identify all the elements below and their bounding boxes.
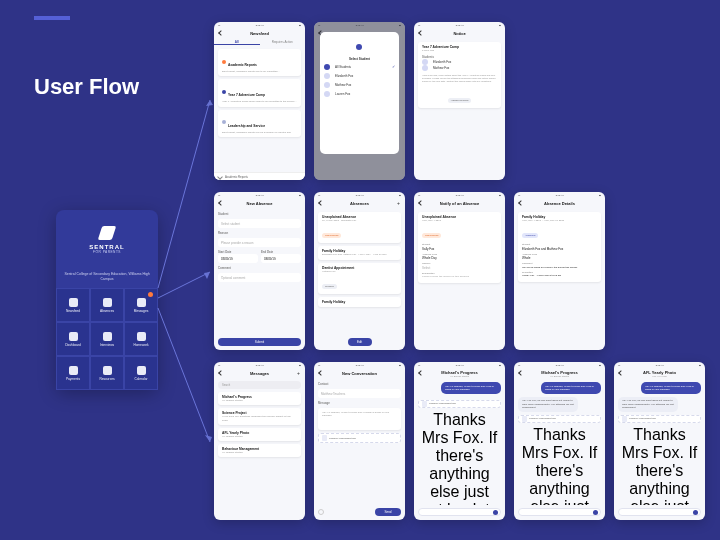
filter-bar[interactable]: Academic Reports	[214, 172, 305, 180]
tile-payments[interactable]: Payments	[56, 356, 90, 390]
start-date-input[interactable]: 03/09/19	[218, 254, 258, 263]
search-input[interactable]: Search	[218, 381, 301, 389]
send-icon[interactable]	[693, 510, 698, 515]
student-option[interactable]: Elizabeth Fox	[324, 73, 395, 79]
message-bubble: Hey Mr. Bramer, I'd like to know how Mik…	[541, 382, 601, 394]
tile-messages[interactable]: Messages	[124, 288, 158, 322]
svg-marker-2	[205, 435, 212, 442]
absence-item[interactable]: Family Holiday	[318, 297, 401, 307]
logo-mark	[98, 226, 117, 240]
contact-select[interactable]: Matthew Teachers	[318, 389, 401, 398]
submit-button[interactable]: Submit	[218, 338, 301, 346]
tile-interviews[interactable]: Interviews	[90, 322, 124, 356]
tile-resources[interactable]: Resources	[90, 356, 124, 390]
reason-input[interactable]: Please provide a reason	[218, 238, 301, 247]
message-item[interactable]: Science ProjectIf you have any questions…	[218, 408, 301, 425]
chat-icon	[137, 298, 146, 307]
edit-button[interactable]: Edit	[348, 338, 372, 346]
message-item[interactable]: Behaviour ManagementMr. Bramer started	[218, 444, 301, 457]
main-app-screen: SENTRAL FOR PARENTS Sentral College of S…	[56, 210, 158, 390]
back-icon[interactable]	[618, 370, 624, 376]
tile-homework[interactable]: Homework	[124, 322, 158, 356]
absence-item[interactable]: Unexplained AbsenceFri, 8 Nov 2019 · Eli…	[318, 212, 401, 243]
compose-icon[interactable]: +	[297, 370, 300, 376]
screen-notice: •••9:41 AM▣ Notice Year 7 Adventure Camp…	[414, 22, 505, 180]
screen-notify-absence: •••9:41 AM▣ Notify of an Absence Unexpla…	[414, 192, 505, 350]
feed-item[interactable]: Leadership and ServiceDon't forget, acad…	[218, 110, 301, 137]
attachment[interactable]: ScienceAssessment.pdf	[618, 415, 701, 423]
screen-select-student: •••9:41 AM▣ Newsfeed Select Student All …	[314, 22, 405, 180]
back-icon[interactable]	[518, 200, 524, 206]
back-icon[interactable]	[218, 370, 224, 376]
send-icon[interactable]	[493, 510, 498, 515]
feed-item[interactable]: Year 7 Adventure CampYear 7 Adventure Ca…	[218, 79, 301, 106]
attachment[interactable]: ScienceAssessment.pdf	[418, 400, 501, 408]
tile-absences[interactable]: Absences	[90, 288, 124, 322]
brand-sub: FOR PARENTS	[93, 250, 121, 254]
send-button[interactable]: Send	[375, 508, 401, 516]
notice-card: Year 7 Adventure Camp 2 days ago Student…	[418, 42, 501, 108]
screen-new-conversation: •••9:41 AM▣ New Conversation Contact Mat…	[314, 362, 405, 520]
school-name: Sentral College of Secondary Education, …	[56, 270, 158, 288]
message-bubble: Hey Mrs Fox, he has great ideas but need…	[518, 397, 578, 412]
back-icon[interactable]	[218, 200, 224, 206]
send-icon[interactable]	[593, 510, 598, 515]
tile-calendar[interactable]: Calendar	[124, 356, 158, 390]
student-picker-modal: Select Student All Students✓ Elizabeth F…	[320, 32, 399, 154]
people-icon	[103, 332, 112, 341]
student-select[interactable]: Select student	[218, 219, 301, 228]
back-icon[interactable]	[318, 200, 324, 206]
calendar-icon	[137, 366, 146, 375]
message-item[interactable]: AFL Yearly PhotoMr. Bramer started	[218, 428, 301, 441]
chevron-down-icon	[217, 174, 223, 180]
svg-marker-0	[206, 100, 213, 106]
student-option[interactable]: Lauren Fox	[324, 91, 395, 97]
feed-item[interactable]: Academic ReportsDon't forget, academic r…	[218, 49, 301, 76]
screen-newsfeed: •••9:41 AM▣ Newsfeed AllRequires Action …	[214, 22, 305, 180]
back-icon[interactable]	[318, 370, 324, 376]
message-item[interactable]: Michael's ProgressMr. Bramer started	[218, 392, 301, 405]
screen-new-absence: •••9:41 AM▣ New Absence Student Select s…	[214, 192, 305, 350]
screen-chat-3: •••9:41 AM▣ AFL Yearly PhotoMrs. Ms. Pri…	[614, 362, 705, 520]
message-textarea[interactable]: Hey Mr. Bramer, I'd like to know how Mic…	[318, 408, 401, 430]
attachment[interactable]: ScienceAssessment.pdf	[318, 433, 401, 443]
document-icon	[322, 435, 327, 441]
document-icon	[522, 416, 527, 422]
back-icon[interactable]	[518, 370, 524, 376]
header: Newsfeed	[214, 28, 305, 38]
student-option[interactable]: Mathew Fox	[324, 82, 395, 88]
screen-absence-details: •••9:41 AM▣ Absence Details Family Holid…	[514, 192, 605, 350]
tile-dashboard[interactable]: Dashboard	[56, 322, 90, 356]
tab-requires-action[interactable]: Requires Action	[260, 38, 306, 45]
message-bubble: Hey Mr. Bramer, I'd like to know how Mik…	[441, 382, 501, 394]
end-date-input[interactable]: 08/09/19	[261, 254, 301, 263]
tile-newsfeed[interactable]: Newsfeed	[56, 288, 90, 322]
add-icon[interactable]: +	[397, 200, 400, 206]
svg-marker-1	[204, 272, 210, 279]
screen-chat-2: •••9:41 AM▣ Michael's ProgressMr. Bramer…	[514, 362, 605, 520]
attachment[interactable]: ScienceAssessment.pdf	[518, 415, 601, 423]
absence-item[interactable]: Family HolidayElizabeth Fox and Mathew F…	[318, 246, 401, 259]
comment-input[interactable]: Optional comment	[218, 273, 301, 282]
attach-icon[interactable]	[318, 509, 324, 515]
message-input[interactable]	[618, 508, 701, 516]
tab-all[interactable]: All	[214, 38, 260, 45]
card-icon	[69, 366, 78, 375]
document-icon	[422, 401, 427, 407]
back-icon[interactable]	[418, 200, 424, 206]
back-icon[interactable]	[418, 30, 424, 36]
screen-absences: •••9:41 AM▣ Absences+ Unexplained Absenc…	[314, 192, 405, 350]
mark-read-button[interactable]: Marked as Read	[448, 98, 472, 103]
back-icon[interactable]	[218, 30, 224, 36]
book-icon	[137, 332, 146, 341]
back-icon[interactable]	[418, 370, 424, 376]
calendar-x-icon	[103, 298, 112, 307]
student-option[interactable]: All Students✓	[324, 64, 395, 70]
grid-icon	[69, 332, 78, 341]
message-input[interactable]	[418, 508, 501, 516]
document-icon	[622, 416, 627, 422]
app-logo: SENTRAL FOR PARENTS	[56, 210, 158, 270]
message-input[interactable]	[518, 508, 601, 516]
absence-item[interactable]: Dentist AppointmentMathew FoxPending	[318, 263, 401, 294]
notification-badge	[148, 292, 153, 297]
